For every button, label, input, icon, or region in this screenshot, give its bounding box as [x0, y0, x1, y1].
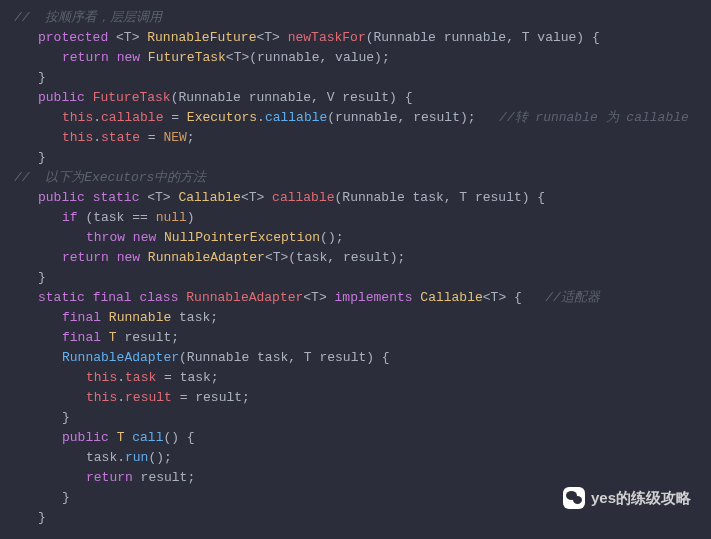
wechat-icon: [563, 487, 585, 509]
code-line: public static <T> Callable<T> callable(R…: [14, 188, 697, 208]
code-line: return result;: [14, 468, 697, 488]
code-line: // 按顺序看，层层调用: [14, 8, 697, 28]
watermark-text: yes的练级攻略: [591, 488, 691, 508]
code-line: this.callable = Executors.callable(runna…: [14, 108, 697, 128]
code-line: RunnableAdapter(Runnable task, T result)…: [14, 348, 697, 368]
code-line: protected <T> RunnableFuture<T> newTaskF…: [14, 28, 697, 48]
comment: // 按顺序看，层层调用: [14, 10, 162, 25]
code-line: static final class RunnableAdapter<T> im…: [14, 288, 697, 308]
code-block: // 按顺序看，层层调用 protected <T> RunnableFutur…: [14, 8, 697, 528]
code-line: }: [14, 268, 697, 288]
code-line: this.state = NEW;: [14, 128, 697, 148]
code-line: return new RunnableAdapter<T>(task, resu…: [14, 248, 697, 268]
code-line: }: [14, 148, 697, 168]
code-line: if (task == null): [14, 208, 697, 228]
code-line: // 以下为Executors中的方法: [14, 168, 697, 188]
code-line: }: [14, 68, 697, 88]
code-line: throw new NullPointerException();: [14, 228, 697, 248]
code-line: final T result;: [14, 328, 697, 348]
code-line: this.result = result;: [14, 388, 697, 408]
code-line: this.task = task;: [14, 368, 697, 388]
code-line: final Runnable task;: [14, 308, 697, 328]
code-line: public FutureTask(Runnable runnable, V r…: [14, 88, 697, 108]
code-line: }: [14, 508, 697, 528]
code-line: task.run();: [14, 448, 697, 468]
watermark: yes的练级攻略: [563, 487, 691, 509]
code-line: public T call() {: [14, 428, 697, 448]
code-line: return new FutureTask<T>(runnable, value…: [14, 48, 697, 68]
code-line: }: [14, 408, 697, 428]
